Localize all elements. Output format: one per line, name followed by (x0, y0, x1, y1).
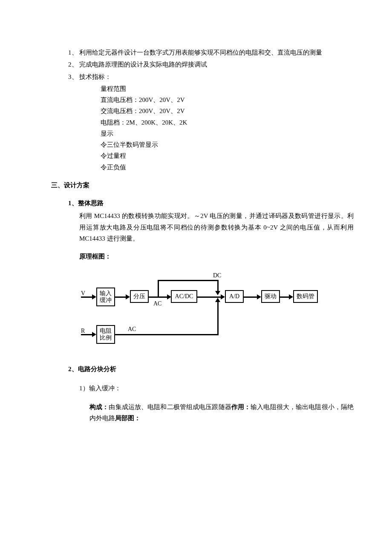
disp-label: 显示 (101, 128, 354, 139)
detail-text: 构成：由集成运放、电阻和二极管组成电压跟随器作用：输入电阻很大，输出电阻很小，隔… (38, 401, 354, 424)
box-acdc: AC/DC (171, 290, 197, 303)
range-label: 量程范围 (101, 83, 354, 94)
arrowhead (126, 294, 130, 299)
req-item-1: 1、 利用给定元器件设计一台数字式万用表能够实现不同档位的电阻和交、直流电压的测… (38, 47, 354, 58)
content: 完成电路原理图的设计及实际电路的焊接调试 (79, 59, 354, 70)
arrowhead (215, 298, 220, 302)
sub-1-title: 1、整体思路 (38, 198, 354, 209)
disp3: 令正负值 (101, 162, 354, 173)
arrow (244, 296, 258, 298)
box-ad: A/D (225, 290, 244, 303)
arrow (81, 334, 93, 335)
comp-label: 构成： (89, 404, 109, 410)
box-input-buffer: 输入 缓冲 (96, 288, 115, 306)
sub-item-1: 1）输入缓冲： (38, 383, 354, 394)
arrow (158, 280, 219, 281)
box-res-ratio: 电阻 比例 (96, 325, 115, 344)
req-item-3: 3、 技术指标： (38, 71, 354, 82)
ac-range: 交流电压档：200V、20V、2V (101, 105, 354, 116)
box-drive: 驱动 (261, 290, 280, 303)
arrowhead (215, 291, 220, 295)
block-diagram: V 输入 缓冲 分压 AC DC AC/DC A/D 驱动 数码管 R 电阻 比… (81, 271, 341, 352)
arrowhead (257, 294, 261, 299)
res-range: 电阻档：2M、200K、20K、2K (101, 117, 354, 128)
arrow (81, 296, 93, 298)
arrow (217, 301, 219, 335)
sub-1-text: 利用 MC14433 的数模转换功能实现对。～2V 电压的测量，并通过译码器及数… (38, 210, 354, 244)
arrowhead (221, 294, 225, 299)
disp2: 令过量程 (101, 150, 354, 161)
arrow (158, 280, 159, 297)
marker: 3、 (68, 71, 79, 82)
sub-2-title: 2、电路分块分析 (38, 363, 354, 375)
arrowhead (92, 332, 96, 337)
comp-text: 由集成运放、电阻和二极管组成电压跟随器 (109, 404, 231, 410)
disp1: 令三位半数码管显示 (101, 139, 354, 150)
box-divide: 分压 (130, 290, 149, 303)
content: 利用给定元器件设计一台数字式万用表能够实现不同档位的电阻和交、直流电压的测量 (79, 47, 354, 58)
marker: 1、 (68, 47, 79, 58)
arrow (115, 296, 127, 298)
req-item-2: 2、 完成电路原理图的设计及实际电路的焊接调试 (38, 59, 354, 70)
local-label: 局部图： (115, 415, 141, 421)
spec-block: 量程范围 直流电压档：200V、20V、2V 交流电压档：200V、20V、2V… (38, 83, 354, 173)
section-3-title: 三、设计方案 (38, 180, 354, 191)
ac-label-2: AC (128, 324, 136, 335)
arrowhead (289, 294, 293, 299)
arrowhead (92, 294, 96, 299)
box-display: 数码管 (293, 290, 318, 303)
func-label: 作用： (231, 404, 251, 410)
content: 技术指标： (79, 71, 354, 82)
marker: 2、 (68, 59, 79, 70)
ac-label-1: AC (153, 299, 161, 309)
dc-label: DC (213, 270, 221, 281)
dc-range: 直流电压档：200V、20V、2V (101, 94, 354, 105)
diagram-title: 原理框图： (38, 251, 354, 262)
